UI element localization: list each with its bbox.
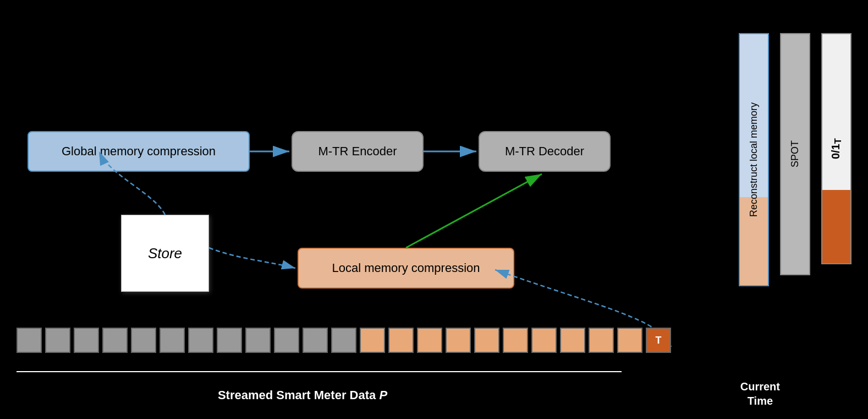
stream-label-text: Streamed Smart Meter Data P bbox=[218, 388, 387, 402]
stream-cell bbox=[360, 328, 385, 353]
svg-line-5 bbox=[406, 174, 542, 248]
stream-cell bbox=[503, 328, 528, 353]
spot-bar-label: SPOT bbox=[789, 140, 801, 167]
stream-cell bbox=[474, 328, 499, 353]
stream-cell-current-time: T bbox=[646, 328, 671, 353]
current-time-text: CurrentTime bbox=[740, 380, 780, 407]
current-bar: 0/1T bbox=[821, 33, 851, 264]
spot-bar: SPOT bbox=[780, 33, 810, 275]
encoder-box: M-TR Encoder bbox=[292, 131, 424, 172]
global-memory-box: Global memory compression bbox=[28, 131, 250, 172]
reconstruct-bar-label: Reconstruct local memory bbox=[748, 102, 760, 217]
decoder-box: M-TR Decoder bbox=[479, 131, 611, 172]
stream-cell bbox=[388, 328, 414, 353]
T-label: T bbox=[656, 335, 662, 346]
arrows-svg bbox=[0, 0, 868, 419]
store-box: Store bbox=[121, 215, 209, 292]
stream-cell bbox=[446, 328, 471, 353]
stream-cell bbox=[331, 328, 356, 353]
diagram-container: Global memory compression M-TR Encoder M… bbox=[0, 0, 868, 419]
stream-cell bbox=[74, 328, 99, 353]
decoder-label: M-TR Decoder bbox=[505, 144, 584, 159]
stream-cell bbox=[217, 328, 242, 353]
stream-cell bbox=[131, 328, 156, 353]
stream-cell bbox=[417, 328, 442, 353]
global-memory-label: Global memory compression bbox=[62, 144, 216, 159]
stream-cell bbox=[303, 328, 328, 353]
stream-cell bbox=[17, 328, 42, 353]
current-time-label: CurrentTime bbox=[740, 379, 780, 408]
stream-cell bbox=[531, 328, 557, 353]
encoder-label: M-TR Encoder bbox=[318, 144, 397, 159]
stream-cell bbox=[560, 328, 585, 353]
reconstruct-bar: Reconstruct local memory bbox=[739, 33, 769, 286]
stream-cell bbox=[617, 328, 642, 353]
stream-data-label: Streamed Smart Meter Data P bbox=[110, 388, 495, 402]
local-memory-label: Local memory compression bbox=[332, 261, 480, 275]
stream-cell bbox=[188, 328, 213, 353]
stream-cell bbox=[160, 328, 185, 353]
stream-cell bbox=[102, 328, 128, 353]
current-bar-bottom-label: 0/1T bbox=[829, 138, 844, 159]
stream-row: T bbox=[17, 328, 671, 353]
stream-cell bbox=[589, 328, 614, 353]
store-label: Store bbox=[148, 245, 182, 262]
stream-cell bbox=[274, 328, 299, 353]
stream-cell bbox=[245, 328, 271, 353]
local-memory-box: Local memory compression bbox=[298, 248, 514, 289]
stream-cell bbox=[45, 328, 70, 353]
stream-underline bbox=[17, 371, 622, 372]
